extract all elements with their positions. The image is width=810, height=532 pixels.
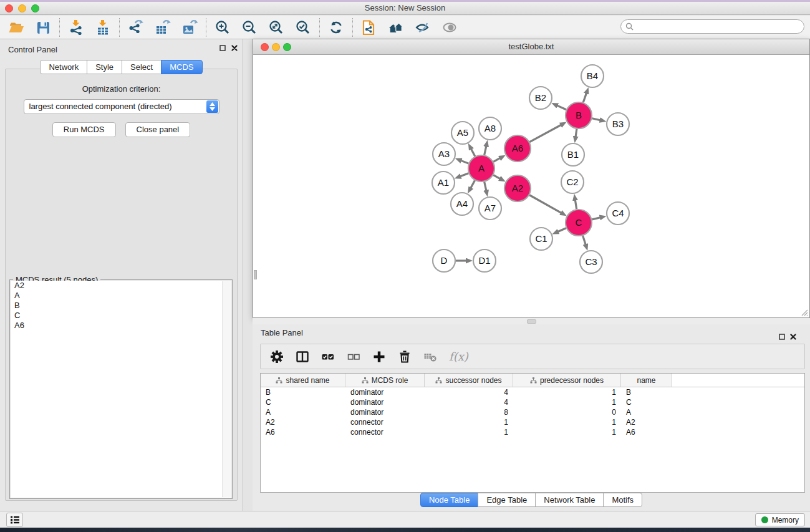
tab-style[interactable]: Style (87, 60, 122, 74)
resize-grip-icon[interactable] (799, 307, 808, 316)
close-network-window-button[interactable] (261, 43, 269, 51)
zoom-in-icon[interactable] (215, 19, 231, 36)
table-cell[interactable]: A2 (621, 417, 672, 427)
tab-select[interactable]: Select (122, 60, 162, 74)
tab-mcds[interactable]: MCDS (161, 60, 202, 74)
graph-node-C3[interactable]: C3 (580, 251, 602, 273)
tab-network-table[interactable]: Network Table (535, 493, 604, 507)
table-cell[interactable]: 8 (425, 407, 513, 417)
zoom-window-button[interactable] (31, 4, 39, 12)
show-columns-icon[interactable] (296, 350, 309, 364)
table-cell[interactable]: dominator (345, 397, 425, 407)
delete-table-icon[interactable] (423, 350, 437, 364)
mcds-result-list[interactable]: A2ABCA6 (11, 281, 231, 498)
mcds-result-item[interactable]: A (11, 291, 231, 301)
table-cell[interactable]: 1 (513, 417, 621, 427)
optimization-criterion-dropdown[interactable]: largest connected component (directed) (24, 99, 219, 114)
column-header-name[interactable]: name (621, 374, 672, 387)
graph-node-A3[interactable]: A3 (433, 143, 455, 165)
graph-node-A7[interactable]: A7 (479, 197, 501, 220)
close-window-button[interactable] (5, 4, 13, 12)
edge-C-C4[interactable] (592, 218, 600, 220)
table-cell[interactable]: 4 (425, 387, 513, 397)
table-cell[interactable]: A6 (621, 427, 672, 437)
table-cell[interactable]: connector (345, 427, 425, 437)
table-row[interactable]: Adominator80A (261, 407, 804, 417)
task-history-button[interactable] (6, 513, 23, 527)
memory-button[interactable]: Memory (755, 513, 805, 526)
close-panel-button[interactable]: Close panel (125, 122, 191, 137)
save-session-icon[interactable] (35, 19, 51, 36)
table-cell[interactable]: C (261, 397, 345, 407)
add-row-icon[interactable] (372, 350, 386, 364)
minimize-window-button[interactable] (18, 4, 26, 12)
network-window-titlebar[interactable]: testGlobe.txt (253, 39, 809, 55)
table-row[interactable]: A2connector11A2 (261, 417, 804, 427)
table-row[interactable]: Bdominator41B (261, 387, 804, 397)
table-cell[interactable]: A (621, 407, 672, 417)
close-panel-icon[interactable] (231, 45, 238, 51)
edge-A-A5[interactable] (471, 149, 475, 157)
search-input[interactable] (636, 21, 804, 32)
edge-A-A6[interactable] (493, 158, 500, 162)
table-cell[interactable]: 1 (425, 427, 513, 437)
table-cell[interactable]: A2 (261, 417, 345, 427)
edge-A-A2[interactable] (493, 175, 500, 179)
column-header-predecessor-nodes[interactable]: predecessor nodes (513, 374, 621, 387)
zoom-network-window-button[interactable] (283, 43, 291, 51)
tab-node-table[interactable]: Node Table (420, 493, 479, 507)
graph-node-B1[interactable]: B1 (562, 143, 584, 166)
duplicate-network-icon[interactable] (361, 19, 377, 36)
scrollbar-track[interactable] (222, 281, 231, 497)
zoom-out-icon[interactable] (241, 19, 258, 36)
float-panel-icon[interactable] (219, 45, 226, 51)
delete-row-icon[interactable] (398, 350, 412, 364)
graph-node-D1[interactable]: D1 (473, 249, 496, 272)
mcds-result-item[interactable]: A2 (11, 281, 231, 291)
table-row[interactable]: A6connector11A6 (261, 427, 804, 437)
tab-motifs[interactable]: Motifs (603, 493, 642, 507)
open-session-icon[interactable] (8, 19, 24, 36)
table-cell[interactable]: B (621, 387, 672, 397)
graph-node-A8[interactable]: A8 (479, 117, 501, 140)
tab-network[interactable]: Network (40, 60, 87, 74)
column-header-shared-name[interactable]: shared name (261, 374, 345, 387)
graph-node-B4[interactable]: B4 (581, 65, 604, 87)
edge-B-B4[interactable] (583, 93, 586, 102)
search-box[interactable] (620, 19, 804, 34)
graph-node-C4[interactable]: C4 (607, 202, 629, 225)
import-network-icon[interactable] (68, 19, 84, 36)
graph-node-C2[interactable]: C2 (561, 171, 584, 193)
export-image-icon[interactable] (181, 19, 198, 36)
graph-node-A6[interactable]: A6 (504, 135, 531, 162)
edge-A-A1[interactable] (460, 173, 468, 177)
settings-gear-icon[interactable] (270, 350, 284, 364)
table-cell[interactable]: dominator (345, 387, 425, 397)
table-cell[interactable]: A (261, 407, 345, 417)
close-panel-icon[interactable] (790, 334, 796, 340)
table-cell[interactable]: A6 (261, 427, 345, 437)
run-mcds-button[interactable]: Run MCDS (52, 122, 116, 137)
import-table-icon[interactable] (95, 19, 111, 36)
zoom-selected-icon[interactable] (295, 19, 311, 36)
unselect-all-icon[interactable] (347, 350, 360, 364)
select-all-icon[interactable] (321, 350, 335, 364)
splitter-handle[interactable] (527, 319, 536, 324)
graph-node-D[interactable]: D (433, 249, 455, 272)
edge-B-B2[interactable] (557, 105, 566, 110)
home-icon[interactable] (388, 19, 404, 36)
tab-edge-table[interactable]: Edge Table (478, 493, 536, 507)
mcds-result-item[interactable]: A6 (11, 321, 231, 331)
horizontal-splitter[interactable] (253, 318, 810, 324)
hide-panels-icon[interactable] (415, 19, 431, 36)
table-cell[interactable]: 1 (425, 417, 513, 427)
column-header-successor-nodes[interactable]: successor nodes (425, 374, 513, 387)
preview-eye-icon[interactable] (441, 19, 458, 36)
edge-C-C2[interactable] (575, 200, 576, 210)
graph-node-A5[interactable]: A5 (451, 122, 474, 144)
edge-A-A8[interactable] (485, 146, 486, 155)
graph-node-A2[interactable]: A2 (504, 175, 531, 201)
graph-node-A4[interactable]: A4 (451, 193, 473, 215)
table-cell[interactable]: 1 (513, 397, 621, 407)
export-table-icon[interactable] (155, 19, 171, 36)
